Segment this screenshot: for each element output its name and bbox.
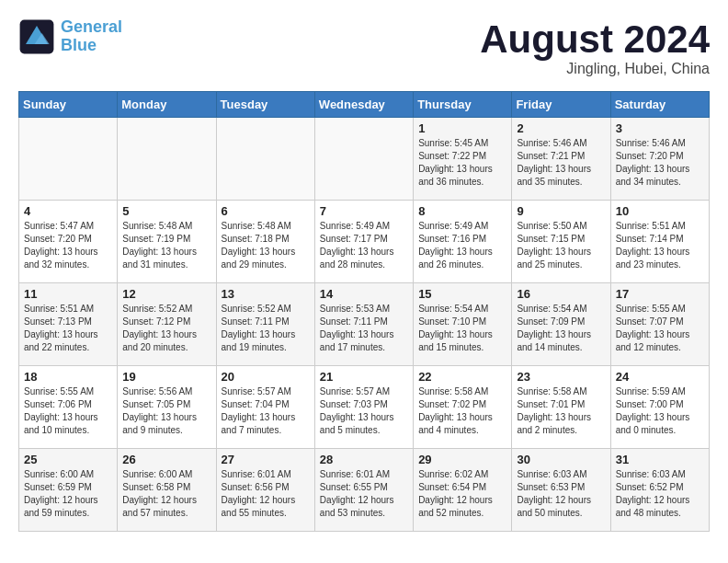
day-number: 14 — [320, 287, 408, 301]
month-title: August 2024 — [480, 18, 710, 61]
calendar-cell: 24Sunrise: 5:59 AM Sunset: 7:00 PM Dayli… — [610, 366, 709, 449]
calendar-cell: 29Sunrise: 6:02 AM Sunset: 6:54 PM Dayli… — [414, 449, 512, 532]
calendar-cell: 5Sunrise: 5:48 AM Sunset: 7:19 PM Daylig… — [118, 201, 216, 283]
calendar-header-friday: Friday — [512, 92, 610, 118]
day-info: Sunrise: 6:03 AM Sunset: 6:53 PM Dayligh… — [517, 468, 605, 520]
calendar-cell: 10Sunrise: 5:51 AM Sunset: 7:14 PM Dayli… — [610, 201, 709, 283]
calendar-cell — [216, 118, 314, 201]
calendar-cell: 18Sunrise: 5:55 AM Sunset: 7:06 PM Dayli… — [19, 366, 118, 449]
page-header: General Blue August 2024 Jingling, Hubei… — [18, 18, 710, 77]
day-info: Sunrise: 5:55 AM Sunset: 7:07 PM Dayligh… — [616, 303, 704, 354]
day-info: Sunrise: 5:58 AM Sunset: 7:02 PM Dayligh… — [418, 385, 506, 437]
day-info: Sunrise: 5:48 AM Sunset: 7:19 PM Dayligh… — [122, 220, 210, 271]
day-number: 4 — [24, 204, 112, 218]
logo-line2: Blue — [61, 36, 97, 54]
day-info: Sunrise: 6:03 AM Sunset: 6:52 PM Dayligh… — [616, 468, 704, 520]
logo-icon — [18, 18, 55, 55]
calendar-cell: 28Sunrise: 6:01 AM Sunset: 6:55 PM Dayli… — [314, 449, 413, 532]
location-subtitle: Jingling, Hubei, China — [480, 61, 710, 77]
day-number: 24 — [616, 370, 704, 384]
calendar-cell — [19, 118, 118, 201]
day-number: 30 — [517, 453, 605, 466]
day-number: 29 — [418, 453, 506, 466]
calendar-cell: 21Sunrise: 5:57 AM Sunset: 7:03 PM Dayli… — [314, 366, 413, 449]
calendar-cell: 7Sunrise: 5:49 AM Sunset: 7:17 PM Daylig… — [314, 201, 413, 283]
day-info: Sunrise: 5:45 AM Sunset: 7:22 PM Dayligh… — [418, 137, 506, 189]
logo: General Blue — [18, 18, 122, 55]
calendar-table: SundayMondayTuesdayWednesdayThursdayFrid… — [18, 91, 710, 532]
calendar-cell: 9Sunrise: 5:50 AM Sunset: 7:15 PM Daylig… — [512, 201, 610, 283]
calendar-cell: 1Sunrise: 5:45 AM Sunset: 7:22 PM Daylig… — [414, 118, 512, 201]
logo-text: General Blue — [61, 18, 122, 55]
calendar-week-4: 18Sunrise: 5:55 AM Sunset: 7:06 PM Dayli… — [19, 366, 710, 449]
day-number: 23 — [517, 370, 605, 384]
day-info: Sunrise: 6:02 AM Sunset: 6:54 PM Dayligh… — [418, 468, 506, 520]
calendar-cell: 6Sunrise: 5:48 AM Sunset: 7:18 PM Daylig… — [216, 201, 314, 283]
day-info: Sunrise: 5:46 AM Sunset: 7:21 PM Dayligh… — [517, 137, 605, 189]
day-number: 2 — [517, 121, 605, 135]
calendar-cell: 2Sunrise: 5:46 AM Sunset: 7:21 PM Daylig… — [512, 118, 610, 201]
calendar-header-tuesday: Tuesday — [216, 92, 314, 118]
calendar-cell: 11Sunrise: 5:51 AM Sunset: 7:13 PM Dayli… — [19, 283, 118, 366]
day-number: 8 — [418, 204, 506, 218]
day-number: 15 — [418, 287, 506, 301]
day-info: Sunrise: 6:01 AM Sunset: 6:55 PM Dayligh… — [320, 468, 408, 520]
calendar-cell: 20Sunrise: 5:57 AM Sunset: 7:04 PM Dayli… — [216, 366, 314, 449]
day-number: 1 — [418, 121, 506, 135]
day-number: 31 — [616, 453, 704, 466]
calendar-cell: 22Sunrise: 5:58 AM Sunset: 7:02 PM Dayli… — [414, 366, 512, 449]
day-info: Sunrise: 5:50 AM Sunset: 7:15 PM Dayligh… — [517, 220, 605, 271]
day-number: 11 — [24, 287, 112, 301]
calendar-cell: 14Sunrise: 5:53 AM Sunset: 7:11 PM Dayli… — [314, 283, 413, 366]
day-number: 10 — [616, 204, 704, 218]
day-number: 13 — [222, 287, 310, 301]
day-info: Sunrise: 5:56 AM Sunset: 7:05 PM Dayligh… — [122, 385, 210, 437]
calendar-cell: 12Sunrise: 5:52 AM Sunset: 7:12 PM Dayli… — [118, 283, 216, 366]
day-number: 22 — [418, 370, 506, 384]
day-info: Sunrise: 5:48 AM Sunset: 7:18 PM Dayligh… — [222, 220, 310, 271]
calendar-cell: 16Sunrise: 5:54 AM Sunset: 7:09 PM Dayli… — [512, 283, 610, 366]
day-info: Sunrise: 5:55 AM Sunset: 7:06 PM Dayligh… — [24, 385, 112, 437]
day-info: Sunrise: 6:01 AM Sunset: 6:56 PM Dayligh… — [222, 468, 310, 520]
day-number: 19 — [122, 370, 210, 384]
calendar-cell: 4Sunrise: 5:47 AM Sunset: 7:20 PM Daylig… — [19, 201, 118, 283]
day-number: 25 — [24, 453, 112, 466]
day-info: Sunrise: 5:58 AM Sunset: 7:01 PM Dayligh… — [517, 385, 605, 437]
calendar-cell: 23Sunrise: 5:58 AM Sunset: 7:01 PM Dayli… — [512, 366, 610, 449]
calendar-week-1: 1Sunrise: 5:45 AM Sunset: 7:22 PM Daylig… — [19, 118, 710, 201]
calendar-header-thursday: Thursday — [414, 92, 512, 118]
logo-line1: General — [61, 17, 122, 36]
day-number: 20 — [222, 370, 310, 384]
day-info: Sunrise: 5:46 AM Sunset: 7:20 PM Dayligh… — [616, 137, 704, 189]
calendar-week-5: 25Sunrise: 6:00 AM Sunset: 6:59 PM Dayli… — [19, 449, 710, 532]
calendar-week-2: 4Sunrise: 5:47 AM Sunset: 7:20 PM Daylig… — [19, 201, 710, 283]
calendar-cell: 19Sunrise: 5:56 AM Sunset: 7:05 PM Dayli… — [118, 366, 216, 449]
calendar-cell: 30Sunrise: 6:03 AM Sunset: 6:53 PM Dayli… — [512, 449, 610, 532]
day-info: Sunrise: 5:49 AM Sunset: 7:17 PM Dayligh… — [320, 220, 408, 271]
day-info: Sunrise: 5:52 AM Sunset: 7:12 PM Dayligh… — [122, 303, 210, 354]
day-info: Sunrise: 5:57 AM Sunset: 7:04 PM Dayligh… — [222, 385, 310, 437]
day-number: 12 — [122, 287, 210, 301]
day-number: 7 — [320, 204, 408, 218]
calendar-cell — [118, 118, 216, 201]
day-number: 17 — [616, 287, 704, 301]
day-info: Sunrise: 6:00 AM Sunset: 6:59 PM Dayligh… — [24, 468, 112, 520]
calendar-header-sunday: Sunday — [19, 92, 118, 118]
calendar-header-row: SundayMondayTuesdayWednesdayThursdayFrid… — [19, 92, 710, 118]
day-number: 6 — [222, 204, 310, 218]
day-info: Sunrise: 5:47 AM Sunset: 7:20 PM Dayligh… — [24, 220, 112, 271]
day-number: 5 — [122, 204, 210, 218]
calendar-header-saturday: Saturday — [610, 92, 709, 118]
day-number: 9 — [517, 204, 605, 218]
day-info: Sunrise: 5:54 AM Sunset: 7:10 PM Dayligh… — [418, 303, 506, 354]
day-info: Sunrise: 5:59 AM Sunset: 7:00 PM Dayligh… — [616, 385, 704, 437]
day-number: 18 — [24, 370, 112, 384]
day-info: Sunrise: 5:53 AM Sunset: 7:11 PM Dayligh… — [320, 303, 408, 354]
calendar-cell: 3Sunrise: 5:46 AM Sunset: 7:20 PM Daylig… — [610, 118, 709, 201]
day-info: Sunrise: 5:51 AM Sunset: 7:14 PM Dayligh… — [616, 220, 704, 271]
day-info: Sunrise: 5:54 AM Sunset: 7:09 PM Dayligh… — [517, 303, 605, 354]
calendar-cell: 17Sunrise: 5:55 AM Sunset: 7:07 PM Dayli… — [610, 283, 709, 366]
day-info: Sunrise: 5:49 AM Sunset: 7:16 PM Dayligh… — [418, 220, 506, 271]
day-info: Sunrise: 5:57 AM Sunset: 7:03 PM Dayligh… — [320, 385, 408, 437]
day-number: 28 — [320, 453, 408, 466]
